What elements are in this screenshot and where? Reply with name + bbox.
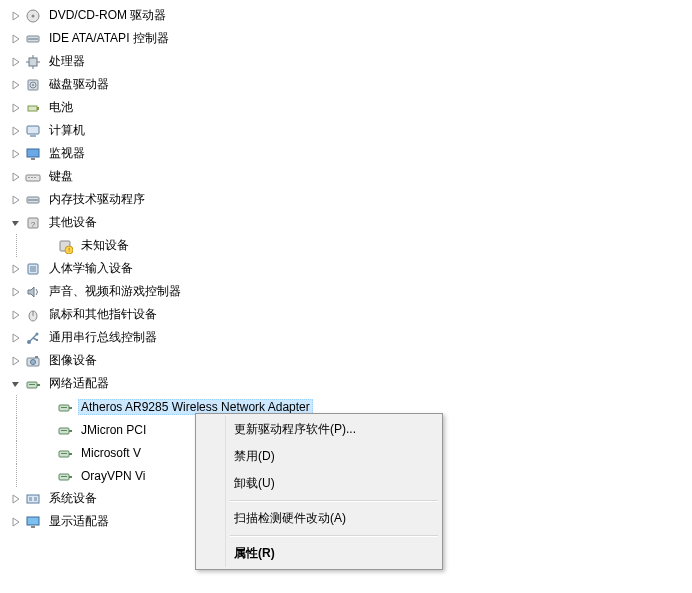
- tree-item-label[interactable]: Microsoft V: [78, 445, 144, 461]
- svg-rect-49: [69, 430, 72, 432]
- tree-item-label[interactable]: 电池: [46, 98, 76, 117]
- ide-icon: [24, 191, 42, 209]
- tree-item-disk[interactable]: 磁盘驱动器: [8, 73, 692, 96]
- tree-item-cpu[interactable]: 处理器: [8, 50, 692, 73]
- hid-icon: [24, 260, 42, 278]
- expand-icon[interactable]: [8, 169, 24, 185]
- svg-rect-12: [28, 106, 37, 111]
- menu-separator: [230, 535, 438, 537]
- indent-guide: [8, 234, 24, 257]
- other-icon: ?: [24, 214, 42, 232]
- tree-item-sound[interactable]: 声音、视频和游戏控制器: [8, 280, 692, 303]
- svg-rect-15: [30, 135, 36, 137]
- collapse-icon[interactable]: [8, 376, 24, 392]
- svg-rect-43: [37, 384, 40, 386]
- tree-item-label[interactable]: 显示适配器: [46, 512, 112, 531]
- tree-item-label[interactable]: 网络适配器: [46, 374, 112, 393]
- tree-item-label[interactable]: 系统设备: [46, 489, 100, 508]
- tree-item-unknown[interactable]: !未知设备: [8, 234, 692, 257]
- expand-icon[interactable]: [8, 514, 24, 530]
- tree-item-dvd[interactable]: DVD/CD-ROM 驱动器: [8, 4, 692, 27]
- expand-icon[interactable]: [8, 8, 24, 24]
- tree-item-label[interactable]: 监视器: [46, 144, 88, 163]
- tree-item-hid[interactable]: 人体学输入设备: [8, 257, 692, 280]
- indent-spacer: [24, 418, 40, 441]
- tree-item-computer[interactable]: 计算机: [8, 119, 692, 142]
- tree-item-label[interactable]: JMicron PCI: [78, 422, 149, 438]
- tree-item-ide[interactable]: IDE ATA/ATAPI 控制器: [8, 27, 692, 50]
- monitor-icon: [24, 145, 42, 163]
- expand-icon[interactable]: [8, 330, 24, 346]
- keyboard-icon: [24, 168, 42, 186]
- indent-guide: [8, 464, 24, 487]
- tree-item-label[interactable]: 人体学输入设备: [46, 259, 136, 278]
- tree-item-label[interactable]: 计算机: [46, 121, 88, 140]
- svg-rect-38: [36, 339, 38, 341]
- menu-item-update[interactable]: 更新驱动程序软件(P)...: [198, 416, 440, 443]
- menu-item-disable[interactable]: 禁用(D): [198, 443, 440, 470]
- expand-icon[interactable]: [8, 123, 24, 139]
- svg-point-11: [32, 84, 34, 86]
- tree-item-label[interactable]: 鼠标和其他指针设备: [46, 305, 160, 324]
- indent-guide: [8, 395, 24, 418]
- tree-item-label[interactable]: 未知设备: [78, 236, 132, 255]
- tree-item-label[interactable]: 声音、视频和游戏控制器: [46, 282, 184, 301]
- expand-icon[interactable]: [8, 261, 24, 277]
- network-icon: [24, 375, 42, 393]
- tree-item-keyboard[interactable]: 键盘: [8, 165, 692, 188]
- tree-item-label[interactable]: 通用串行总线控制器: [46, 328, 160, 347]
- menu-item-scan[interactable]: 扫描检测硬件改动(A): [198, 505, 440, 532]
- tree-item-usb[interactable]: 通用串行总线控制器: [8, 326, 692, 349]
- expand-icon[interactable]: [8, 77, 24, 93]
- svg-rect-55: [69, 476, 72, 478]
- network-icon: [56, 444, 74, 462]
- indent-spacer: [24, 395, 40, 418]
- indent-spacer: [24, 441, 40, 464]
- usb-icon: [24, 329, 42, 347]
- expand-icon[interactable]: [8, 491, 24, 507]
- svg-rect-3: [28, 38, 38, 40]
- collapse-icon[interactable]: [8, 215, 24, 231]
- menu-item-props[interactable]: 属性(R): [198, 540, 440, 567]
- svg-rect-60: [27, 517, 39, 525]
- svg-rect-46: [69, 407, 72, 409]
- tree-item-monitor[interactable]: 监视器: [8, 142, 692, 165]
- tree-item-label[interactable]: 图像设备: [46, 351, 100, 370]
- expand-icon[interactable]: [8, 100, 24, 116]
- svg-rect-16: [27, 149, 39, 157]
- expand-icon[interactable]: [8, 31, 24, 47]
- svg-rect-59: [34, 497, 37, 501]
- tree-item-other[interactable]: ?其他设备: [8, 211, 692, 234]
- expand-icon[interactable]: [8, 54, 24, 70]
- tree-item-memtech[interactable]: 内存技术驱动程序: [8, 188, 692, 211]
- tree-item-label[interactable]: 其他设备: [46, 213, 100, 232]
- disc-icon: [24, 7, 42, 25]
- tree-item-label[interactable]: IDE ATA/ATAPI 控制器: [46, 29, 172, 48]
- svg-rect-44: [29, 384, 35, 385]
- svg-rect-41: [35, 356, 38, 358]
- svg-rect-19: [28, 177, 30, 178]
- expand-icon[interactable]: [8, 307, 24, 323]
- tree-item-imaging[interactable]: 图像设备: [8, 349, 692, 372]
- tree-item-network[interactable]: 网络适配器: [8, 372, 692, 395]
- expand-icon[interactable]: [8, 192, 24, 208]
- svg-rect-21: [34, 177, 36, 178]
- svg-rect-61: [31, 526, 35, 528]
- expand-icon[interactable]: [8, 146, 24, 162]
- tree-item-label[interactable]: OrayVPN Vi: [78, 468, 148, 484]
- svg-rect-30: [30, 266, 36, 272]
- tree-item-label[interactable]: 内存技术驱动程序: [46, 190, 148, 209]
- tree-item-label[interactable]: 处理器: [46, 52, 88, 71]
- menu-item-uninstall[interactable]: 卸载(U): [198, 470, 440, 497]
- indent-guide: [8, 441, 24, 464]
- tree-item-mouse[interactable]: 鼠标和其他指针设备: [8, 303, 692, 326]
- tree-item-label[interactable]: 键盘: [46, 167, 76, 186]
- svg-point-40: [31, 359, 36, 364]
- context-menu[interactable]: 更新驱动程序软件(P)...禁用(D)卸载(U)扫描检测硬件改动(A)属性(R): [195, 413, 443, 570]
- tree-item-label[interactable]: 磁盘驱动器: [46, 75, 112, 94]
- expand-icon[interactable]: [8, 284, 24, 300]
- svg-rect-17: [31, 158, 35, 160]
- tree-item-battery[interactable]: 电池: [8, 96, 692, 119]
- expand-icon[interactable]: [8, 353, 24, 369]
- tree-item-label[interactable]: DVD/CD-ROM 驱动器: [46, 6, 169, 25]
